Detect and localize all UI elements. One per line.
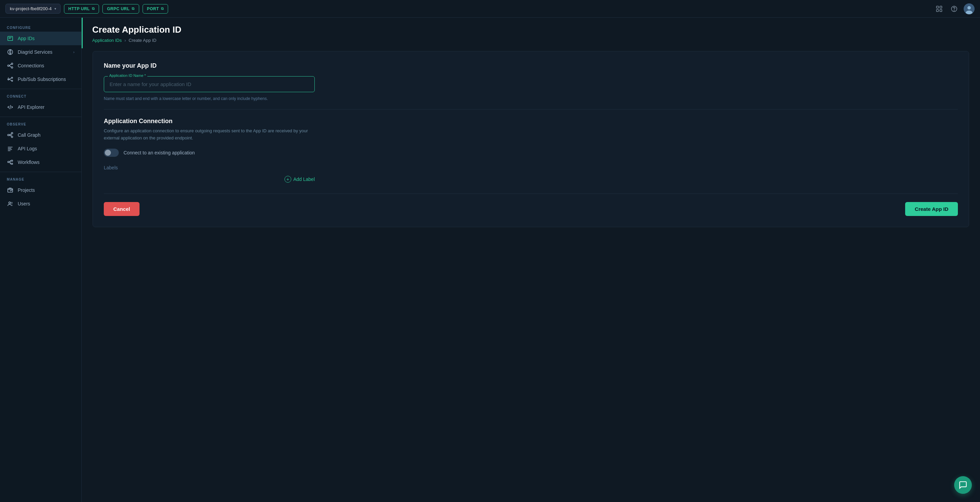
grid-icon-button[interactable] bbox=[934, 3, 945, 14]
projects-icon bbox=[7, 187, 14, 194]
add-label-button[interactable]: + Add Label bbox=[285, 176, 315, 183]
sidebar-item-connections[interactable]: Connections bbox=[0, 59, 81, 72]
observe-section-label: OBSERVE bbox=[0, 120, 81, 128]
breadcrumb-separator: › bbox=[124, 38, 126, 43]
sidebar-item-call-graph[interactable]: Call Graph bbox=[0, 128, 81, 142]
project-name: kv-project-fbe8f200-4 bbox=[10, 6, 52, 11]
chat-icon bbox=[959, 481, 967, 489]
configure-section-label: CONFIGURE bbox=[0, 23, 81, 32]
diagrid-services-icon bbox=[7, 49, 14, 56]
sidebar-item-label: Diagrid Services bbox=[18, 49, 52, 55]
avatar-icon bbox=[964, 3, 975, 14]
sidebar-divider-3 bbox=[0, 172, 81, 172]
breadcrumb-current: Create App ID bbox=[129, 38, 156, 43]
create-app-id-button[interactable]: Create App ID bbox=[905, 202, 958, 216]
sidebar-item-label: Call Graph bbox=[18, 132, 40, 138]
project-selector[interactable]: kv-project-fbe8f200-4 ▾ bbox=[5, 4, 60, 14]
svg-point-13 bbox=[11, 67, 13, 68]
sidebar-item-label: API Explorer bbox=[18, 105, 45, 110]
breadcrumb: Application IDs › Create App ID bbox=[92, 38, 969, 43]
pubsub-icon bbox=[7, 76, 14, 83]
help-button[interactable] bbox=[949, 3, 959, 14]
toggle-label: Connect to an existing application bbox=[124, 150, 195, 156]
toggle-track bbox=[104, 149, 119, 157]
copy-icon: ⧉ bbox=[92, 6, 95, 11]
sidebar-item-label: Projects bbox=[18, 187, 35, 193]
svg-point-11 bbox=[8, 65, 9, 67]
sidebar-item-api-explorer[interactable]: API Explorer bbox=[0, 100, 81, 114]
sidebar-item-projects[interactable]: Projects bbox=[0, 183, 81, 197]
sidebar-item-label: App IDs bbox=[18, 36, 35, 41]
topbar-right bbox=[934, 3, 975, 14]
svg-point-18 bbox=[11, 132, 13, 134]
grid-icon bbox=[936, 5, 943, 12]
sidebar-item-workflows[interactable]: Workflows bbox=[0, 156, 81, 169]
connect-section-label: CONNECT bbox=[0, 92, 81, 100]
app-id-hint: Name must start and end with a lowercase… bbox=[104, 96, 315, 101]
svg-point-20 bbox=[10, 134, 11, 136]
user-avatar[interactable] bbox=[964, 3, 975, 14]
cancel-button[interactable]: Cancel bbox=[104, 202, 140, 216]
svg-rect-23 bbox=[11, 163, 13, 165]
svg-rect-1 bbox=[940, 6, 942, 8]
svg-rect-0 bbox=[937, 6, 939, 8]
svg-rect-21 bbox=[8, 161, 10, 162]
topbar: kv-project-fbe8f200-4 ▾ HTTP URL ⧉ GRPC … bbox=[0, 0, 980, 18]
sidebar-item-label: Pub/Sub Subscriptions bbox=[18, 76, 66, 82]
users-icon bbox=[7, 200, 14, 207]
app-id-label: Application ID Name * bbox=[108, 73, 147, 78]
toggle-row: Connect to an existing application bbox=[104, 149, 958, 157]
svg-point-16 bbox=[11, 80, 13, 82]
http-url-button[interactable]: HTTP URL ⧉ bbox=[64, 4, 99, 14]
page-title: Create Application ID bbox=[92, 24, 969, 35]
svg-rect-3 bbox=[940, 10, 942, 11]
copy-icon: ⧉ bbox=[161, 6, 164, 11]
sidebar-item-label: Users bbox=[18, 201, 30, 207]
svg-point-10 bbox=[8, 50, 13, 54]
labels-title: Labels bbox=[104, 165, 958, 170]
connect-toggle[interactable] bbox=[104, 149, 119, 157]
form-card: Name your App ID Application ID Name * N… bbox=[92, 51, 969, 227]
copy-icon: ⧉ bbox=[132, 6, 135, 11]
sidebar-item-label: Workflows bbox=[18, 159, 40, 165]
layout: CONFIGURE App IDs Diagrid Services › bbox=[0, 18, 980, 502]
app-id-input[interactable] bbox=[104, 76, 315, 92]
sidebar-item-app-ids[interactable]: App IDs bbox=[0, 32, 81, 45]
grpc-url-button[interactable]: GRPC URL ⧉ bbox=[102, 4, 139, 14]
chevron-down-icon: ▾ bbox=[54, 7, 56, 11]
sidebar-item-users[interactable]: Users bbox=[0, 197, 81, 211]
sidebar-item-diagrid-services[interactable]: Diagrid Services › bbox=[0, 45, 81, 59]
port-button[interactable]: PORT ⧉ bbox=[143, 4, 169, 14]
page-header: Create Application ID Application IDs › … bbox=[82, 18, 980, 48]
sidebar-item-label: API Logs bbox=[18, 146, 37, 151]
api-explorer-icon bbox=[7, 104, 14, 111]
svg-rect-22 bbox=[11, 160, 13, 162]
question-icon bbox=[951, 5, 958, 12]
svg-rect-2 bbox=[937, 10, 939, 11]
workflows-icon bbox=[7, 159, 14, 166]
call-graph-icon bbox=[7, 132, 14, 138]
sidebar-divider-2 bbox=[0, 117, 81, 117]
sidebar-item-api-logs[interactable]: API Logs bbox=[0, 142, 81, 156]
svg-point-12 bbox=[11, 63, 13, 65]
svg-point-15 bbox=[11, 77, 13, 79]
api-logs-icon bbox=[7, 145, 14, 152]
toggle-thumb bbox=[105, 149, 111, 156]
sidebar-item-pubsub[interactable]: Pub/Sub Subscriptions bbox=[0, 72, 81, 86]
connection-desc: Configure an application connection to e… bbox=[104, 127, 321, 142]
section-divider-1 bbox=[104, 109, 958, 110]
connection-section-title: Application Connection bbox=[104, 118, 958, 125]
svg-point-19 bbox=[11, 136, 13, 138]
svg-point-26 bbox=[11, 202, 13, 204]
action-row: Cancel Create App ID bbox=[104, 194, 958, 216]
chat-bubble[interactable] bbox=[954, 476, 972, 494]
svg-point-17 bbox=[8, 134, 9, 136]
add-label-row: + Add Label bbox=[104, 176, 315, 183]
name-section-title: Name your App ID bbox=[104, 62, 958, 69]
app-id-name-group: Application ID Name * bbox=[104, 76, 958, 92]
manage-section-label: MANAGE bbox=[0, 175, 81, 183]
svg-point-25 bbox=[9, 202, 11, 204]
sidebar-divider bbox=[0, 89, 81, 89]
chevron-right-icon: › bbox=[73, 50, 75, 54]
breadcrumb-link[interactable]: Application IDs bbox=[92, 38, 122, 43]
